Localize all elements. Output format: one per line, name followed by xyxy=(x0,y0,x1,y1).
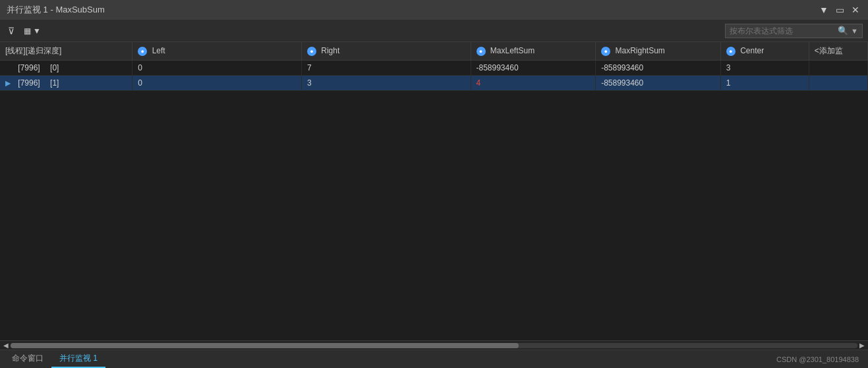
bottom-tabs: 命令窗口 并行监视 1 CSDN @2301_80194838 xyxy=(0,350,868,368)
title-bar-controls: ▼ ▭ ✕ xyxy=(818,4,861,16)
col-right-label: Right xyxy=(321,46,339,55)
grid-icon: ▦ xyxy=(24,26,31,36)
table-row[interactable]: ▶ [7996] [1] 034-8589934601 xyxy=(0,76,868,91)
table-row[interactable]: [7996] [0] 07-858993460-8589934603 xyxy=(0,61,868,76)
filter-button[interactable]: ⊽ xyxy=(5,24,17,38)
row-indicator-1: ▶ xyxy=(5,79,16,88)
cell-left-1: 0 xyxy=(132,76,302,91)
cell-center-1: 1 xyxy=(720,76,809,91)
col-header-add[interactable]: <添加监 xyxy=(809,42,867,61)
title-bar-left: 并行监视 1 - MaxSubSum xyxy=(7,4,105,16)
cell-add-0 xyxy=(809,61,867,76)
search-box[interactable]: 🔍 ▼ xyxy=(725,24,863,38)
table-body: [7996] [0] 07-858993460-8589934603 ▶ [79… xyxy=(0,61,868,91)
cell-maxrightsum-1: -858993460 xyxy=(596,76,721,91)
cell-depth-0: [0] xyxy=(50,63,59,72)
search-icon[interactable]: 🔍 xyxy=(838,26,848,36)
tab-list: 命令窗口 并行监视 1 xyxy=(4,350,105,368)
col-maxleftsum-label: MaxLeftSum xyxy=(490,46,535,55)
col-header-right[interactable]: ● Right xyxy=(301,42,471,61)
table-header-row: [线程][递归深度] ● Left ● Right ● MaxLeftSum xyxy=(0,42,868,61)
col-left-label: Left xyxy=(152,46,165,55)
table-container[interactable]: [线程][递归深度] ● Left ● Right ● MaxLeftSum xyxy=(0,42,868,340)
scroll-right-icon[interactable]: ▶ xyxy=(857,342,867,349)
cell-maxleftsum-0: -858993460 xyxy=(471,61,596,76)
close-icon[interactable]: ✕ xyxy=(850,4,861,16)
funnel-icon: ⊽ xyxy=(8,26,14,36)
col-header-maxleftsum[interactable]: ● MaxLeftSum xyxy=(471,42,596,61)
scrollbar-thumb[interactable] xyxy=(11,343,519,348)
tab-command-window[interactable]: 命令窗口 xyxy=(4,350,51,368)
main-window: 并行监视 1 - MaxSubSum ▼ ▭ ✕ ⊽ ▦ ▼ 🔍 ▼ xyxy=(0,0,868,368)
col-header-thread[interactable]: [线程][递归深度] xyxy=(0,42,132,61)
col-header-left[interactable]: ● Left xyxy=(132,42,302,61)
scroll-left-icon[interactable]: ◀ xyxy=(1,342,11,349)
center-col-icon: ● xyxy=(726,47,736,56)
cell-center-0: 3 xyxy=(720,61,809,76)
cell-depth-1: [1] xyxy=(50,78,59,88)
dropdown-arrow-icon[interactable]: ▼ xyxy=(818,4,830,16)
window-title: 并行监视 1 - MaxSubSum xyxy=(7,4,105,16)
col-header-center[interactable]: ● Center xyxy=(720,42,809,61)
cell-maxleftsum-1: 4 xyxy=(471,76,596,91)
col-add-label: <添加监 xyxy=(815,46,843,55)
col-center-label: Center xyxy=(740,46,764,55)
search-input[interactable] xyxy=(730,26,835,36)
cell-thread-0: [7996] [0] xyxy=(0,61,132,76)
cell-left-0: 0 xyxy=(132,61,302,76)
cell-right-1: 3 xyxy=(301,76,471,91)
cell-thread-id-0: [7996] xyxy=(18,63,40,72)
cell-maxrightsum-0: -858993460 xyxy=(596,61,721,76)
left-col-icon: ● xyxy=(138,47,147,56)
cell-add-1 xyxy=(809,76,867,91)
watch-table: [线程][递归深度] ● Left ● Right ● MaxLeftSum xyxy=(0,42,868,91)
cell-thread-id-1: [7996] xyxy=(18,78,40,88)
footer-credit: CSDN @2301_80194838 xyxy=(776,355,864,363)
cell-right-0: 7 xyxy=(301,61,471,76)
search-dropdown-icon[interactable]: ▼ xyxy=(851,27,858,35)
maxrightsum-col-icon: ● xyxy=(601,47,610,56)
scrollbar-track[interactable] xyxy=(11,343,857,348)
title-bar: 并行监视 1 - MaxSubSum ▼ ▭ ✕ xyxy=(0,0,868,20)
cell-thread-1: ▶ [7996] [1] xyxy=(0,76,132,91)
horizontal-scrollbar[interactable]: ◀ ▶ xyxy=(0,340,868,350)
maximize-icon[interactable]: ▭ xyxy=(834,4,846,16)
col-maxrightsum-label: MaxRightSum xyxy=(616,46,665,55)
grid-button[interactable]: ▦ ▼ xyxy=(21,25,43,37)
col-thread-label: [线程][递归深度] xyxy=(5,46,61,55)
maxleftsum-col-icon: ● xyxy=(477,47,486,56)
right-col-icon: ● xyxy=(307,47,316,56)
col-header-maxrightsum[interactable]: ● MaxRightSum xyxy=(596,42,721,61)
tab-parallel-watch[interactable]: 并行监视 1 xyxy=(51,350,105,368)
grid-dropdown-icon: ▼ xyxy=(33,26,41,36)
toolbar: ⊽ ▦ ▼ 🔍 ▼ xyxy=(0,20,868,42)
